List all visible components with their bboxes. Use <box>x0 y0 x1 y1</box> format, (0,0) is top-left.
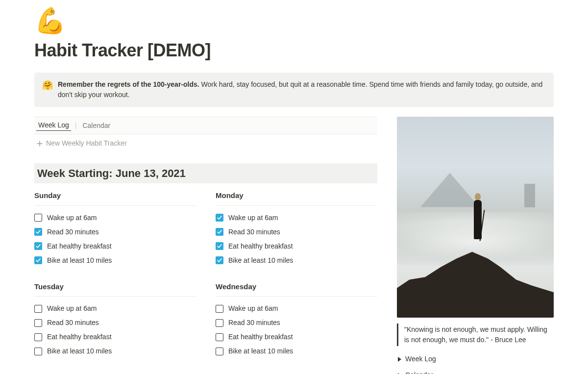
day-block-sunday: SundayWake up at 6amRead 30 minutesEat h… <box>34 190 196 268</box>
habit-label: Eat healthy breakfast <box>47 241 112 251</box>
habit-checkbox[interactable] <box>216 333 223 341</box>
habit-label: Read 30 minutes <box>47 227 99 237</box>
habit-checkbox[interactable] <box>34 319 42 327</box>
toggle-week-log[interactable]: Week Log <box>397 351 554 367</box>
habit-row: Wake up at 6am <box>216 211 377 225</box>
day-block-friday: FridayWake up at 6amRead 30 minutes <box>216 372 377 374</box>
page-icon[interactable]: 💪 <box>34 8 554 33</box>
wanderer-painting <box>397 117 554 318</box>
habit-checkbox[interactable] <box>34 228 42 236</box>
toggle-calendar[interactable]: Calendar <box>397 367 554 374</box>
habit-label: Bike at least 10 miles <box>228 346 293 356</box>
quote-block: "Knowing is not enough, we must apply. W… <box>397 324 554 346</box>
callout-text: Remember the regrets of the 100-year-old… <box>58 79 546 100</box>
habit-row: Bike at least 10 miles <box>34 253 196 268</box>
habit-checkbox[interactable] <box>216 228 223 236</box>
habit-checkbox[interactable] <box>216 305 223 313</box>
habit-checkbox[interactable] <box>216 348 223 355</box>
page-title: Habit Tracker [DEMO] <box>34 37 554 64</box>
habit-row: Eat healthy breakfast <box>34 330 196 344</box>
habit-checkbox[interactable] <box>216 242 223 250</box>
habit-label: Wake up at 6am <box>228 213 278 223</box>
habit-row: Read 30 minutes <box>34 225 196 239</box>
callout-bold: Remember the regrets of the 100-year-old… <box>58 80 199 88</box>
day-block-tuesday: TuesdayWake up at 6amRead 30 minutesEat … <box>34 281 196 359</box>
habit-checkbox[interactable] <box>34 333 42 341</box>
day-title: Monday <box>216 190 377 206</box>
habit-checkbox[interactable] <box>34 242 42 250</box>
day-title: Friday <box>216 372 377 374</box>
habit-label: Read 30 minutes <box>228 318 280 328</box>
habit-label: Read 30 minutes <box>228 227 280 237</box>
habit-checkbox[interactable] <box>34 214 42 222</box>
plus-icon <box>36 140 43 147</box>
day-block-monday: MondayWake up at 6amRead 30 minutesEat h… <box>216 190 377 268</box>
habit-row: Read 30 minutes <box>216 316 377 330</box>
new-weekly-tracker-button[interactable]: New Weekly Habit Tracker <box>34 134 377 152</box>
habit-label: Wake up at 6am <box>47 303 97 314</box>
habit-label: Eat healthy breakfast <box>47 332 112 342</box>
tab-separator: | <box>75 121 77 131</box>
day-title: Thursday <box>34 372 196 374</box>
habit-row: Read 30 minutes <box>34 316 196 330</box>
habit-label: Bike at least 10 miles <box>47 346 112 356</box>
habit-label: Read 30 minutes <box>47 318 99 328</box>
habit-row: Eat healthy breakfast <box>216 239 377 253</box>
triangle-icon <box>398 357 401 362</box>
habit-label: Bike at least 10 miles <box>47 255 112 266</box>
habit-label: Bike at least 10 miles <box>228 255 293 266</box>
day-block-wednesday: WednesdayWake up at 6amRead 30 minutesEa… <box>216 281 377 359</box>
habit-row: Bike at least 10 miles <box>216 344 377 358</box>
habit-checkbox[interactable] <box>34 305 42 313</box>
day-block-thursday: ThursdayWake up at 6amRead 30 minutes <box>34 372 196 374</box>
habit-label: Eat healthy breakfast <box>228 332 293 342</box>
habit-row: Eat healthy breakfast <box>216 330 377 344</box>
tab-week-log[interactable]: Week Log <box>36 120 71 131</box>
callout-icon: 🤗 <box>42 79 53 100</box>
view-tabs: Week Log | Calendar <box>34 117 377 134</box>
callout: 🤗 Remember the regrets of the 100-year-o… <box>34 73 554 107</box>
habit-row: Wake up at 6am <box>34 301 196 316</box>
habit-row: Read 30 minutes <box>216 225 377 239</box>
habit-checkbox[interactable] <box>216 256 223 264</box>
toggle-calendar-label: Calendar <box>405 370 433 374</box>
habit-row: Eat healthy breakfast <box>34 239 196 253</box>
habit-row: Wake up at 6am <box>34 211 196 225</box>
new-weekly-tracker-label: New Weekly Habit Tracker <box>46 138 127 149</box>
day-title: Sunday <box>34 190 196 206</box>
habit-checkbox[interactable] <box>34 348 42 355</box>
week-heading: Week Starting: June 13, 2021 <box>34 163 377 183</box>
toggle-week-log-label: Week Log <box>405 354 436 364</box>
day-title: Tuesday <box>34 281 196 297</box>
habit-checkbox[interactable] <box>216 319 223 327</box>
habit-label: Eat healthy breakfast <box>228 241 293 251</box>
habit-label: Wake up at 6am <box>228 303 278 314</box>
habit-row: Wake up at 6am <box>216 301 377 316</box>
habit-checkbox[interactable] <box>34 256 42 264</box>
habit-row: Bike at least 10 miles <box>216 253 377 268</box>
habit-label: Wake up at 6am <box>47 213 97 223</box>
tab-calendar[interactable]: Calendar <box>80 121 112 131</box>
habit-row: Bike at least 10 miles <box>34 344 196 358</box>
day-title: Wednesday <box>216 281 377 297</box>
habit-checkbox[interactable] <box>216 214 223 222</box>
